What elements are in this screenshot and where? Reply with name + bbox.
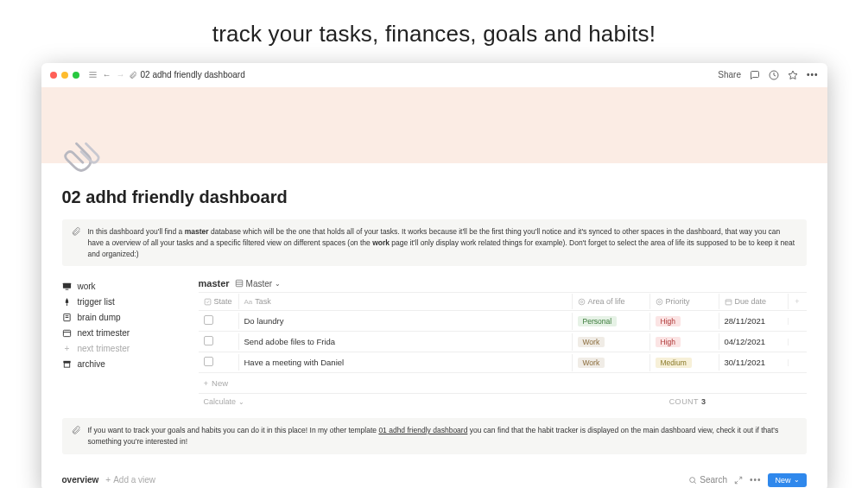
cell-area[interactable]: Work bbox=[572, 354, 649, 371]
cell-due[interactable]: 04/12/2021 bbox=[719, 333, 788, 350]
pin-icon bbox=[62, 296, 73, 307]
nav-back-button[interactable]: ← bbox=[103, 70, 111, 79]
sidebar-item-next-trimester[interactable]: next trimester bbox=[62, 325, 183, 340]
minimize-window-button[interactable] bbox=[61, 72, 68, 79]
calculate-button[interactable]: Calculate ⌄ bbox=[204, 397, 244, 406]
svg-line-28 bbox=[735, 481, 738, 484]
table-row[interactable]: Do laundryPersonalHigh28/11/2021 bbox=[199, 311, 807, 332]
database-title[interactable]: master bbox=[199, 278, 230, 288]
archive-icon bbox=[62, 358, 73, 369]
row-checkbox[interactable] bbox=[204, 336, 213, 345]
more-icon[interactable]: ••• bbox=[807, 70, 819, 79]
breadcrumb[interactable]: 02 adhd friendly dashboard bbox=[129, 70, 245, 79]
column-task[interactable]: Aa Task bbox=[238, 294, 572, 309]
favorite-icon[interactable] bbox=[788, 70, 798, 80]
search-button[interactable]: Search bbox=[688, 475, 727, 485]
column-state[interactable]: State bbox=[199, 294, 238, 309]
cell-empty bbox=[788, 318, 807, 325]
new-row-button[interactable]: + New bbox=[199, 373, 807, 394]
chevron-down-icon: ⌄ bbox=[238, 398, 244, 406]
sidebar-item-label: next trimester bbox=[78, 328, 130, 338]
table-row[interactable]: Have a meeting with DanielWorkMedium30/1… bbox=[199, 352, 807, 373]
more-icon[interactable]: ••• bbox=[750, 475, 762, 485]
sidebar-item-brain-dump[interactable]: brain dump bbox=[62, 309, 183, 325]
row-count: COUNT 3 bbox=[669, 397, 706, 406]
cell-priority[interactable]: High bbox=[649, 333, 719, 351]
database-block: master Master ⌄ State Aa bbox=[199, 278, 807, 409]
marketing-headline: track your tasks, finances, goals and ha… bbox=[0, 0, 868, 63]
row-checkbox[interactable] bbox=[204, 357, 213, 366]
nav-forward-button[interactable]: → bbox=[117, 70, 125, 79]
add-column-button[interactable]: + bbox=[788, 294, 807, 309]
overview-title[interactable]: overview bbox=[62, 475, 99, 485]
cell-task[interactable]: Send adobe files to Frida bbox=[238, 333, 572, 350]
intro-callout: In this dashboard you'll find a master d… bbox=[62, 219, 807, 266]
chevron-down-icon: ⌄ bbox=[275, 280, 281, 288]
app-window: ← → 02 adhd friendly dashboard Share ••• bbox=[41, 63, 827, 488]
new-button[interactable]: New ⌄ bbox=[768, 473, 806, 487]
svg-rect-18 bbox=[205, 299, 211, 305]
svg-rect-11 bbox=[63, 330, 70, 336]
desktop-icon bbox=[62, 281, 73, 291]
svg-point-19 bbox=[579, 299, 585, 305]
close-window-button[interactable] bbox=[50, 72, 57, 79]
add-view-button[interactable]: + Add a view bbox=[105, 475, 155, 485]
page-cover bbox=[41, 87, 827, 163]
goals-callout: If you want to track your goals and habi… bbox=[62, 418, 807, 454]
intro-callout-text: In this dashboard you'll find a master d… bbox=[88, 226, 798, 259]
overview-section-header: overview + Add a view Search ••• New ⌄ bbox=[62, 466, 807, 488]
sidebar-item-label: archive bbox=[78, 359, 105, 369]
cell-area[interactable]: Personal bbox=[572, 313, 649, 330]
database-view-selector[interactable]: Master ⌄ bbox=[235, 279, 282, 288]
expand-icon[interactable] bbox=[734, 476, 743, 485]
cell-priority[interactable]: Medium bbox=[649, 354, 719, 371]
table-header-row: State Aa Task Area of life Priority bbox=[199, 292, 807, 311]
cell-empty bbox=[788, 359, 807, 366]
template-link[interactable]: 01 adhd friendly dashboard bbox=[378, 426, 467, 434]
sidebar-item-trigger-list[interactable]: trigger list bbox=[62, 294, 183, 309]
svg-line-26 bbox=[694, 481, 696, 483]
page-title: 02 adhd friendly dashboard bbox=[62, 163, 807, 207]
sidebar-item-next-trimester[interactable]: +next trimester bbox=[62, 340, 183, 356]
cell-area[interactable]: Work bbox=[572, 333, 649, 351]
paperclip-icon bbox=[71, 425, 81, 435]
column-priority[interactable]: Priority bbox=[649, 294, 719, 309]
plus-icon: + bbox=[204, 378, 209, 388]
table-row[interactable]: Send adobe files to FridaWorkHigh04/12/2… bbox=[199, 332, 807, 352]
sidebar-toggle-icon[interactable] bbox=[88, 70, 98, 79]
paperclip-icon bbox=[129, 71, 137, 79]
svg-point-20 bbox=[580, 301, 582, 302]
sidebar-item-label: work bbox=[78, 282, 96, 291]
note-icon bbox=[62, 312, 73, 322]
row-checkbox[interactable] bbox=[204, 315, 213, 325]
comments-icon[interactable] bbox=[750, 70, 760, 80]
cell-task[interactable]: Do laundry bbox=[238, 313, 572, 329]
cell-empty bbox=[788, 339, 807, 345]
cell-due[interactable]: 28/11/2021 bbox=[719, 313, 788, 329]
share-button[interactable]: Share bbox=[718, 70, 741, 79]
window-topbar: ← → 02 adhd friendly dashboard Share ••• bbox=[41, 63, 827, 87]
traffic-lights bbox=[50, 72, 79, 79]
sidebar-item-work[interactable]: work bbox=[62, 278, 183, 294]
svg-rect-23 bbox=[725, 300, 732, 305]
updates-icon[interactable] bbox=[769, 70, 779, 80]
column-due[interactable]: Due date bbox=[719, 294, 788, 309]
cell-due[interactable]: 30/11/2021 bbox=[719, 354, 788, 371]
column-area[interactable]: Area of life bbox=[572, 294, 649, 309]
svg-point-22 bbox=[658, 301, 660, 302]
database-table: State Aa Task Area of life Priority bbox=[199, 292, 807, 409]
svg-rect-14 bbox=[64, 363, 69, 367]
maximize-window-button[interactable] bbox=[73, 72, 79, 79]
svg-rect-15 bbox=[236, 281, 243, 288]
cell-priority[interactable]: High bbox=[649, 313, 719, 330]
sidebar-item-label: next trimester bbox=[78, 344, 130, 353]
plus-icon: + bbox=[105, 475, 111, 485]
paperclip-icon bbox=[71, 226, 81, 237]
breadcrumb-title: 02 adhd friendly dashboard bbox=[141, 70, 245, 79]
sidebar-item-label: trigger list bbox=[78, 297, 115, 307]
svg-point-25 bbox=[690, 477, 695, 482]
svg-line-27 bbox=[739, 477, 742, 479]
cell-task[interactable]: Have a meeting with Daniel bbox=[238, 354, 572, 371]
sidebar-item-archive[interactable]: archive bbox=[62, 356, 183, 371]
page-icon-paperclip[interactable] bbox=[62, 137, 100, 175]
